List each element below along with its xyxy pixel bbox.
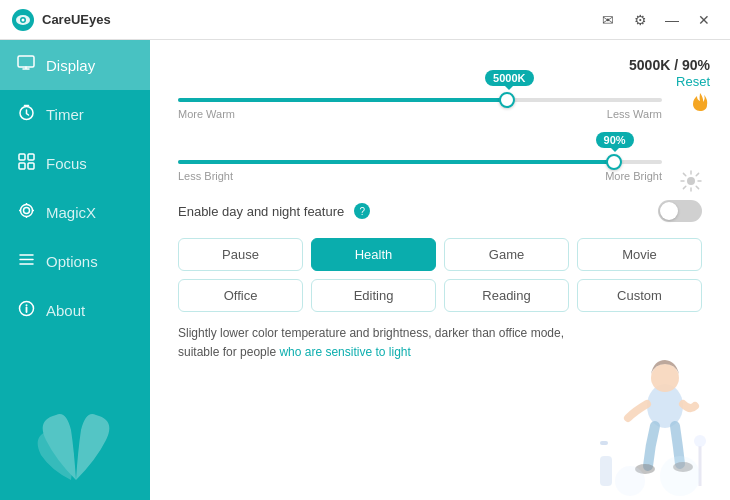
sidebar-item-focus[interactable]: Focus	[0, 139, 150, 188]
sidebar-item-magicx[interactable]: MagicX	[0, 188, 150, 237]
minimize-button[interactable]: —	[658, 6, 686, 34]
mode-btn-office[interactable]: Office	[178, 279, 303, 312]
magicx-icon	[16, 202, 36, 223]
sidebar: Display Timer Focus	[0, 40, 150, 500]
temperature-slider-container: 5000K More Warm Less Warm	[178, 70, 702, 120]
sidebar-label-focus: Focus	[46, 155, 87, 172]
sidebar-decoration	[0, 384, 150, 500]
display-icon	[16, 54, 36, 76]
close-button[interactable]: ✕	[690, 6, 718, 34]
mode-btn-movie[interactable]: Movie	[577, 238, 702, 271]
app-title: CareUEyes	[42, 12, 594, 27]
svg-point-39	[660, 456, 700, 496]
temp-label-right: Less Warm	[607, 108, 662, 120]
sidebar-item-timer[interactable]: Timer	[0, 90, 150, 139]
sidebar-item-about[interactable]: About	[0, 286, 150, 335]
svg-point-31	[647, 384, 683, 428]
temp-label-left: More Warm	[178, 108, 235, 120]
svg-point-38	[694, 435, 706, 447]
app-logo	[12, 9, 34, 31]
day-night-label: Enable day and night feature	[178, 204, 344, 219]
svg-line-27	[683, 173, 685, 175]
titlebar: CareUEyes ✉ ⚙ — ✕	[0, 0, 730, 40]
sidebar-label-display: Display	[46, 57, 95, 74]
svg-rect-9	[28, 163, 34, 169]
temp-thumb[interactable]	[499, 92, 515, 108]
svg-rect-36	[600, 441, 608, 445]
svg-rect-8	[19, 163, 25, 169]
temp-labels: More Warm Less Warm	[178, 108, 662, 120]
help-text: ?	[359, 206, 365, 217]
svg-rect-4	[18, 56, 34, 67]
svg-point-10	[20, 205, 32, 217]
sun-icon	[680, 170, 702, 196]
temp-fill	[178, 98, 507, 102]
brightness-label-left: Less Bright	[178, 170, 233, 182]
sidebar-label-options: Options	[46, 253, 98, 270]
svg-point-22	[687, 177, 695, 185]
svg-point-34	[673, 462, 693, 472]
brightness-fill	[178, 160, 614, 164]
sidebar-item-options[interactable]: Options	[0, 237, 150, 286]
sidebar-label-about: About	[46, 302, 85, 319]
sidebar-label-magicx: MagicX	[46, 204, 96, 221]
settings-button[interactable]: ⚙	[626, 6, 654, 34]
svg-rect-35	[600, 456, 612, 486]
mode-btn-game[interactable]: Game	[444, 238, 569, 271]
svg-point-40	[615, 466, 645, 496]
sidebar-label-timer: Timer	[46, 106, 84, 123]
day-night-toggle[interactable]	[658, 200, 702, 222]
sidebar-item-display[interactable]: Display	[0, 40, 150, 90]
main-layout: Display Timer Focus	[0, 40, 730, 500]
svg-point-33	[635, 464, 655, 474]
svg-rect-7	[28, 154, 34, 160]
svg-line-29	[696, 173, 698, 175]
day-night-toggle-row: Enable day and night feature ?	[178, 200, 702, 222]
sliders-section: 5000K More Warm Less Warm 90%	[178, 70, 702, 182]
brightness-label-right: More Bright	[605, 170, 662, 182]
svg-point-32	[651, 364, 679, 392]
mode-buttons: Pause Health Game Movie Office Editing R…	[178, 238, 702, 312]
mode-btn-editing[interactable]: Editing	[311, 279, 436, 312]
brightness-slider-container: 90%	[178, 132, 702, 182]
svg-point-3	[22, 18, 25, 21]
options-icon	[16, 251, 36, 272]
mode-btn-health[interactable]: Health	[311, 238, 436, 271]
svg-rect-6	[19, 154, 25, 160]
timer-icon	[16, 104, 36, 125]
content-area: 5000K / 90% Reset 5000K	[150, 40, 730, 500]
description-text: Slightly lower color temperature and bri…	[178, 326, 564, 359]
mode-btn-custom[interactable]: Custom	[577, 279, 702, 312]
temperature-track[interactable]	[178, 98, 662, 102]
mode-description: Slightly lower color temperature and bri…	[178, 324, 598, 362]
email-button[interactable]: ✉	[594, 6, 622, 34]
svg-line-28	[696, 186, 698, 188]
temp-bubble: 5000K	[485, 70, 533, 86]
brightness-bubble: 90%	[596, 132, 634, 148]
toggle-knob	[660, 202, 678, 220]
window-controls: ✉ ⚙ — ✕	[594, 6, 718, 34]
description-highlight: who are sensitive to light	[279, 345, 410, 359]
brightness-labels: Less Bright More Bright	[178, 170, 662, 182]
mode-btn-pause[interactable]: Pause	[178, 238, 303, 271]
about-icon	[16, 300, 36, 321]
focus-icon	[16, 153, 36, 174]
brightness-thumb[interactable]	[606, 154, 622, 170]
help-icon[interactable]: ?	[354, 203, 370, 219]
mode-btn-reading[interactable]: Reading	[444, 279, 569, 312]
svg-point-11	[23, 208, 29, 214]
brightness-track[interactable]	[178, 160, 662, 164]
svg-line-30	[683, 186, 685, 188]
svg-point-21	[25, 304, 27, 306]
decorative-figure	[570, 346, 730, 500]
